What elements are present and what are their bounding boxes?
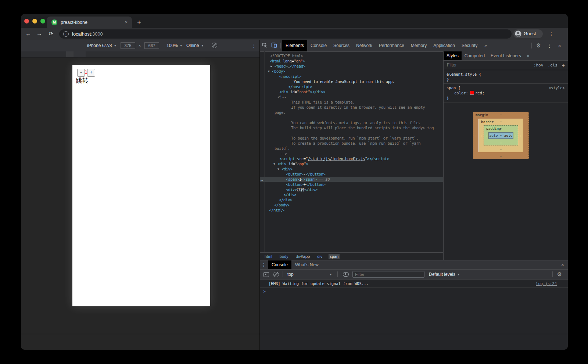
cls-toggle[interactable]: .cls bbox=[548, 63, 557, 68]
dom-tree-row[interactable]: ▼<div> bbox=[260, 166, 443, 172]
more-tabs-icon[interactable]: » bbox=[481, 40, 491, 51]
increment-button[interactable]: + bbox=[87, 69, 95, 77]
drawer-close-icon[interactable]: × bbox=[561, 262, 564, 268]
dom-tree-row[interactable]: </div> bbox=[260, 192, 443, 197]
console-prompt[interactable]: > bbox=[260, 288, 568, 295]
js-context-select[interactable]: top ▼ bbox=[287, 272, 336, 277]
dom-tree-row[interactable]: If you open it directly in the browser, … bbox=[260, 105, 443, 110]
device-select[interactable]: iPhone 6/7/8 ▼ bbox=[87, 40, 116, 51]
dom-tree-row[interactable]: <noscript> bbox=[260, 74, 443, 79]
box-model-diagram[interactable]: margin border padding auto × auto ---- -… bbox=[473, 112, 568, 159]
devtools-tab-console[interactable]: Console bbox=[307, 40, 330, 51]
dom-tree-row[interactable]: page. bbox=[260, 110, 443, 115]
devtools-close-icon[interactable]: × bbox=[555, 43, 564, 49]
styles-tab-event-listeners[interactable]: Event Listeners bbox=[488, 51, 524, 60]
hov-toggle[interactable]: :hov bbox=[534, 63, 544, 68]
devtools-tab-application[interactable]: Application bbox=[430, 40, 458, 51]
new-style-rule-icon[interactable]: + bbox=[562, 62, 565, 68]
dom-tree-row[interactable]: <button>+</button> bbox=[260, 182, 443, 187]
expand-arrow-closed-icon[interactable]: ▶ bbox=[270, 64, 275, 69]
dom-tree-row[interactable]: <button>-</button> bbox=[260, 172, 443, 177]
styles-more-tabs-icon[interactable]: » bbox=[524, 53, 533, 58]
console-settings-gear-icon[interactable]: ⚙ bbox=[554, 271, 565, 278]
expand-arrow-open-icon[interactable]: ▼ bbox=[268, 69, 272, 74]
drawer-menu-icon[interactable]: ⋮ bbox=[260, 262, 268, 268]
dom-tree-row[interactable]: This HTML file is a template. bbox=[260, 100, 443, 105]
devtools-tab-elements[interactable]: Elements bbox=[282, 40, 307, 51]
box-model-margin[interactable]: margin border padding auto × auto ---- -… bbox=[473, 112, 529, 159]
element-style-block[interactable]: element.style { } bbox=[444, 70, 568, 84]
expand-arrow-open-icon[interactable]: ▼ bbox=[277, 167, 282, 172]
devtools-tab-memory[interactable]: Memory bbox=[408, 40, 430, 51]
jump-link[interactable]: 跳转 bbox=[76, 76, 89, 85]
rotate-device-icon[interactable] bbox=[212, 43, 217, 48]
dom-tree-row[interactable]: <html lang="en"> bbox=[260, 58, 443, 64]
devtools-menu-icon[interactable]: ⋮ bbox=[544, 43, 555, 48]
live-expression-eye-icon[interactable] bbox=[343, 272, 349, 277]
devtools-tab-sources[interactable]: Sources bbox=[330, 40, 353, 51]
box-model-content[interactable]: auto × auto bbox=[488, 132, 513, 139]
dom-tree-row[interactable]: To create a production bundle, use `npm … bbox=[260, 141, 443, 146]
console-filter-input[interactable]: Filter bbox=[352, 271, 424, 278]
dom-tree-row[interactable]: ▼<body> bbox=[260, 69, 443, 74]
back-icon[interactable]: ← bbox=[24, 28, 33, 40]
settings-gear-icon[interactable]: ⚙ bbox=[533, 42, 544, 49]
dom-tree-row[interactable]: --> bbox=[260, 151, 443, 156]
clear-console-icon[interactable] bbox=[273, 272, 279, 277]
dom-tree-row[interactable]: The build step will place the bundled sc… bbox=[260, 125, 443, 130]
console-log-source-link[interactable]: log.js:24 bbox=[536, 281, 557, 286]
device-width-input[interactable]: 375 bbox=[121, 42, 135, 49]
breadcrumb-item-span[interactable]: span bbox=[329, 254, 340, 259]
dom-tree-row[interactable]: ▶<head>…</head> bbox=[260, 64, 443, 69]
dom-tree-row[interactable]: You can add webfonts, meta tags, or anal… bbox=[260, 120, 443, 125]
dom-tree-row[interactable]: </div> bbox=[260, 197, 443, 202]
zoom-select[interactable]: 100% ▼ bbox=[166, 40, 183, 51]
tab-close-icon[interactable]: × bbox=[125, 19, 128, 25]
styles-tab-computed[interactable]: Computed bbox=[462, 51, 488, 60]
dom-tree-row[interactable]: <!DOCTYPE html> bbox=[260, 53, 443, 58]
decrement-button[interactable]: - bbox=[77, 69, 85, 77]
styles-filter-input[interactable]: Filter bbox=[447, 62, 457, 68]
dom-tree-row[interactable]: <div id="root"></div> bbox=[260, 89, 443, 94]
breadcrumb-item-html[interactable]: html bbox=[263, 254, 273, 259]
dom-tree-row[interactable]: ▼<div id="app"> bbox=[260, 161, 443, 166]
reload-icon[interactable]: ⟳ bbox=[47, 28, 55, 40]
forward-icon[interactable]: → bbox=[35, 28, 44, 40]
devtools-tab-performance[interactable]: Performance bbox=[376, 40, 408, 51]
log-levels-select[interactable]: Default levels ▼ bbox=[429, 272, 460, 277]
tab-whats-new[interactable]: What's New bbox=[291, 260, 322, 269]
device-toolbar-menu-icon[interactable]: ⋮ bbox=[251, 40, 257, 51]
dom-tree-row[interactable]: <script src="/static/js/index.bundle.js"… bbox=[260, 156, 443, 161]
breadcrumb-item-body[interactable]: body bbox=[279, 254, 290, 259]
device-height-input[interactable]: 667 bbox=[144, 42, 159, 49]
css-property-name[interactable]: color bbox=[454, 91, 466, 95]
breadcrumb-item-div[interactable]: div bbox=[316, 254, 323, 259]
browser-tab[interactable]: M preact-kbone × bbox=[47, 17, 132, 28]
dom-tree-row[interactable]: </noscript> bbox=[260, 84, 443, 89]
devtools-tab-network[interactable]: Network bbox=[353, 40, 376, 51]
fullscreen-window-button[interactable] bbox=[40, 19, 45, 24]
span-rule-block[interactable]: <style> span { color:red; } bbox=[444, 84, 568, 102]
profile-chip[interactable]: Guest bbox=[513, 29, 543, 38]
expand-arrow-open-icon[interactable]: ▼ bbox=[273, 162, 277, 167]
dom-tree-row[interactable]: …<span>1</span> == $0 bbox=[260, 177, 443, 182]
site-info-icon[interactable]: i bbox=[63, 31, 69, 37]
devtools-tab-security[interactable]: Security bbox=[458, 40, 481, 51]
rule-source-link[interactable]: <style> bbox=[549, 85, 565, 90]
toggle-device-toolbar-icon[interactable] bbox=[269, 42, 279, 49]
breadcrumb-item-div#app[interactable]: div#app bbox=[295, 254, 311, 259]
css-property-value[interactable]: red; bbox=[475, 91, 484, 95]
new-tab-button[interactable]: + bbox=[137, 17, 141, 28]
dom-tree-row[interactable]: </html> bbox=[260, 208, 443, 213]
dom-tree-row[interactable]: <div>跳转</div> bbox=[260, 187, 443, 192]
address-bar[interactable]: i localhost:3000 bbox=[59, 29, 512, 39]
throttling-select[interactable]: Online ▼ bbox=[186, 40, 204, 51]
minimize-window-button[interactable] bbox=[32, 19, 37, 24]
dom-tree-row[interactable]: </body> bbox=[260, 202, 443, 208]
console-log-row[interactable]: [HMR] Waiting for update signal from WDS… bbox=[260, 280, 568, 288]
box-model-padding[interactable]: padding auto × auto ---- bbox=[484, 125, 518, 145]
close-window-button[interactable] bbox=[24, 19, 29, 24]
inspect-element-icon[interactable] bbox=[260, 42, 269, 49]
dom-tree-row[interactable]: You need to enable JavaScript to run thi… bbox=[260, 79, 443, 84]
browser-menu-icon[interactable]: ⋮ bbox=[549, 28, 554, 40]
